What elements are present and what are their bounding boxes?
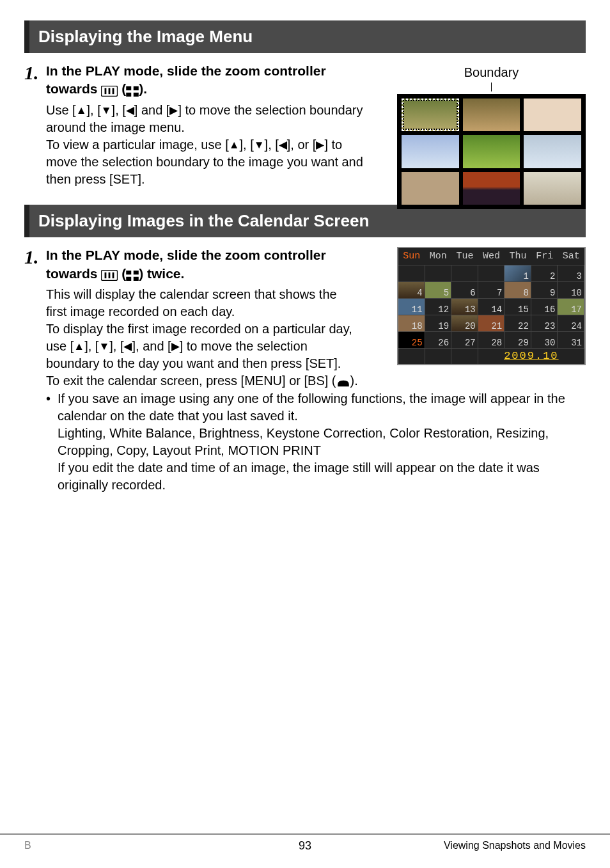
calendar-figure: Sun Mon Tue Wed Thu Fri Sat 1 2 3 4 5 6 … <box>397 247 586 365</box>
page-footer: B 93 Viewing Snapshots and Movies <box>0 833 610 853</box>
image-menu-figure: Boundary <box>397 64 586 209</box>
step-number-1b: 1. <box>24 246 46 267</box>
image-menu-grid <box>397 94 586 209</box>
step-number-1a: 1. <box>24 62 46 83</box>
bullet-text-2: Lighting, White Balance, Brightness, Key… <box>58 425 586 459</box>
step-title-1b: In the PLAY mode, slide the zoom control… <box>46 246 359 283</box>
section-heading-calendar: Displaying Images in the Calendar Screen <box>24 205 586 237</box>
calendar-body: 1 2 3 4 5 6 7 8 9 10 11 12 13 14 15 16 1… <box>398 265 584 348</box>
down-arrow-icon: ▼ <box>101 104 112 116</box>
boundary-label: Boundary <box>397 64 586 81</box>
step-body-1a-line2: To view a particular image, use [▲], [▼]… <box>46 136 372 188</box>
footer-section-title: Viewing Snapshots and Movies <box>444 839 586 853</box>
left-arrow-icon: ◀ <box>126 104 134 116</box>
bs-icon <box>336 373 350 390</box>
step-body-1b-line1: This will display the calendar screen th… <box>46 286 359 320</box>
right-arrow-icon: ▶ <box>169 104 178 116</box>
footer-page-number: 93 <box>299 838 311 853</box>
bullet-text-3: If you edit the date and time of an imag… <box>58 459 586 494</box>
thumbnail-grid-icon <box>126 265 139 283</box>
up-arrow-icon: ▲ <box>76 104 87 116</box>
zoom-wide-icon <box>101 265 118 283</box>
step-title-1a: In the PLAY mode, slide the zoom control… <box>46 62 372 99</box>
bullet-text-1: If you save an image using any one of th… <box>58 390 586 425</box>
bullet-dot: • <box>46 390 58 494</box>
step-body-1a-line1: Use [▲], [▼], [◀] and [▶] to move the se… <box>46 102 372 136</box>
footer-left: B <box>24 839 31 853</box>
step-body-1b-line2: To display the first image recorded on a… <box>46 320 359 372</box>
calendar-footer-date: 2009.10 <box>478 349 584 364</box>
zoom-wide-icon <box>101 81 118 99</box>
calendar-header-row: Sun Mon Tue Wed Thu Fri Sat <box>398 248 584 265</box>
section-heading-image-menu: Displaying the Image Menu <box>24 20 586 53</box>
thumbnail-grid-icon <box>126 81 139 99</box>
step-body-1b-line3: To exit the calendar screen, press [MENU… <box>46 372 586 390</box>
